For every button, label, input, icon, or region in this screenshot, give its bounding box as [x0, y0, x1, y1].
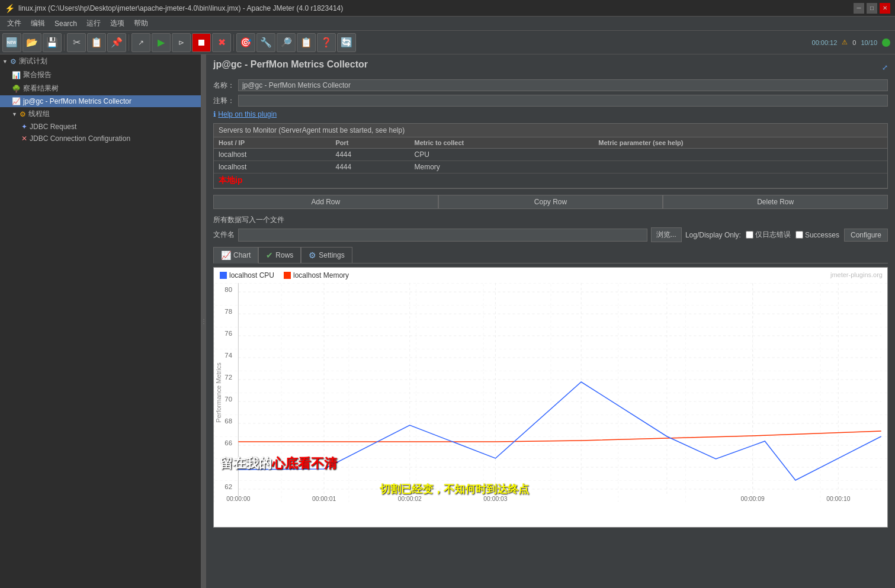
metric-cell-1: CPU [410, 149, 594, 161]
file-name-label: 文件名 [213, 230, 235, 240]
tab-settings[interactable]: ⚙ Settings [301, 247, 352, 263]
tab-rows[interactable]: ✔ Rows [258, 247, 301, 263]
sidebar-item-aggregate-report[interactable]: 📊 聚合报告 [0, 68, 201, 82]
svg-text:80: 80 [224, 286, 232, 293]
configure-button[interactable]: Configure [844, 229, 888, 242]
aggregate-label: 聚合报告 [23, 70, 52, 80]
svg-text:78: 78 [224, 308, 232, 315]
svg-text:74: 74 [224, 352, 232, 359]
target-button[interactable]: 🎯 [236, 33, 255, 52]
copy-row-button[interactable]: Copy Row [438, 195, 663, 209]
sidebar-item-view-results[interactable]: 🌳 察看结果树 [0, 82, 201, 95]
settings-tab-icon: ⚙ [309, 250, 316, 260]
toolbar: 🆕 📂 💾 ✂ 📋 📌 ↗ ▶ ⊳ ⏹ ✖ 🎯 🔧 🔎 📋 ❓ 🔄 00:00:… [0, 31, 895, 54]
file-section-label: 所有数据写入一个文件 [213, 215, 888, 225]
settings-button[interactable]: 🔧 [256, 33, 275, 52]
title-icon: ⚡ [5, 4, 15, 13]
menu-options[interactable]: 选项 [105, 17, 129, 30]
sidebar-item-perfmon[interactable]: 📈 jp@gc - PerfMon Metrics Collector [0, 95, 201, 107]
rows-tab-icon: ✔ [266, 250, 273, 260]
legend-cpu: localhost CPU [220, 271, 274, 279]
toolbar-separator-1 [64, 34, 65, 51]
svg-text:00:00:09: 00:00:09 [741, 496, 765, 502]
table-row[interactable]: localhost 4444 CPU [214, 149, 887, 161]
menu-help[interactable]: 帮助 [129, 17, 153, 30]
window-controls: ─ □ ✕ [854, 3, 890, 14]
close-button[interactable]: ✕ [880, 3, 890, 14]
add-row-button[interactable]: Add Row [213, 195, 438, 209]
chart-container: localhost CPU localhost Memory jmeter-pl… [213, 267, 888, 528]
svg-text:66: 66 [224, 439, 232, 446]
error-only-option[interactable]: 仅日志错误 [746, 230, 791, 240]
host-cell-1: localhost [214, 149, 331, 161]
maximize-button[interactable]: □ [867, 3, 877, 14]
search-button[interactable]: 🔎 [277, 33, 296, 52]
test-plan-icon: ⚙ [10, 57, 17, 66]
name-input[interactable] [238, 79, 888, 91]
copy-button[interactable]: 📋 [87, 33, 106, 52]
successes-label: Successes [805, 231, 839, 239]
aggregate-icon: 📊 [12, 71, 21, 79]
stop-all-button[interactable]: ✖ [212, 33, 231, 52]
toolbar-status: 00:00:12 ⚠ 0 10/10 [812, 38, 890, 47]
thread-group-label: 线程组 [28, 109, 50, 119]
run-time: 00:00:12 [812, 39, 838, 46]
svg-text:00:00:00: 00:00:00 [226, 496, 251, 502]
servers-table: Host / IP Port Metric to collect Metric … [214, 137, 887, 188]
svg-text:76: 76 [224, 330, 232, 337]
error-only-checkbox[interactable] [746, 231, 753, 239]
menu-file[interactable]: 文件 [2, 17, 26, 30]
chart-tab-label: Chart [233, 251, 251, 259]
help-link[interactable]: Help on this plugin [218, 110, 277, 118]
menu-bar: 文件 编辑 Search 运行 选项 帮助 [0, 17, 895, 31]
toolbar-separator-2 [129, 34, 129, 51]
legend-memory: localhost Memory [284, 271, 349, 279]
minimize-button[interactable]: ─ [854, 3, 864, 14]
open-button[interactable]: 📂 [23, 33, 41, 52]
sidebar-item-jdbc-request[interactable]: ✦ JDBC Request [0, 121, 201, 133]
tab-chart[interactable]: 📈 Chart [213, 247, 258, 264]
sidebar-item-jdbc-connection[interactable]: ✕ JDBC Connection Configuration [0, 133, 201, 144]
svg-text:00:00:01: 00:00:01 [312, 496, 336, 502]
param-cell-1 [594, 149, 887, 161]
thread-group-icon: ⚙ [20, 110, 26, 118]
servers-section: Servers to Monitor (ServerAgent must be … [213, 123, 888, 189]
host-cell-2: localhost [214, 161, 331, 173]
run-button[interactable]: ▶ [152, 33, 171, 52]
help-button[interactable]: ❓ [317, 33, 336, 52]
navigate-button[interactable]: ↗ [131, 33, 150, 52]
expand-icon[interactable]: ⤢ [882, 63, 888, 72]
file-input[interactable] [238, 229, 647, 242]
menu-search[interactable]: Search [50, 18, 82, 29]
run-from-here-button[interactable]: ⊳ [172, 33, 191, 52]
stop-button[interactable]: ⏹ [192, 33, 211, 52]
chart-watermark: jmeter-plugins.org [830, 271, 883, 278]
resize-handle[interactable]: ⋮ [201, 54, 206, 588]
paste-button[interactable]: 📌 [107, 33, 126, 52]
table-row-local: 本地ip [214, 173, 887, 188]
collapse-icon: ▼ [2, 59, 8, 65]
comment-input[interactable] [238, 95, 888, 107]
sidebar-item-thread-group[interactable]: ▼ ⚙ 线程组 [0, 107, 201, 121]
menu-edit[interactable]: 编辑 [26, 17, 50, 30]
test-plan-label: 测试计划 [19, 56, 47, 66]
jdbc-request-label: JDBC Request [30, 123, 76, 131]
menu-run[interactable]: 运行 [82, 17, 105, 30]
cut-button[interactable]: ✂ [67, 33, 86, 52]
browse-button[interactable]: 浏览... [651, 227, 682, 242]
successes-checkbox[interactable] [795, 231, 803, 239]
jdbc-connection-icon: ✕ [21, 134, 27, 143]
results-button[interactable]: 📋 [297, 33, 316, 52]
sidebar-item-test-plan[interactable]: ▼ ⚙ 测试计划 [0, 54, 201, 68]
param-cell-2 [594, 161, 887, 173]
delete-row-button[interactable]: Delete Row [663, 195, 888, 209]
save-button[interactable]: 💾 [43, 33, 62, 52]
action-buttons-row: Add Row Copy Row Delete Row [213, 195, 888, 209]
refresh-button[interactable]: 🔄 [337, 33, 356, 52]
tabs-bar: 📈 Chart ✔ Rows ⚙ Settings [213, 247, 888, 264]
table-row[interactable]: localhost 4444 Memory [214, 161, 887, 173]
legend-cpu-dot [220, 272, 227, 279]
new-button[interactable]: 🆕 [2, 33, 21, 52]
successes-option[interactable]: Successes [795, 231, 839, 239]
title-bar: ⚡ linux.jmx (C:\Users\hp\Desktop\jmeter\… [0, 0, 895, 17]
